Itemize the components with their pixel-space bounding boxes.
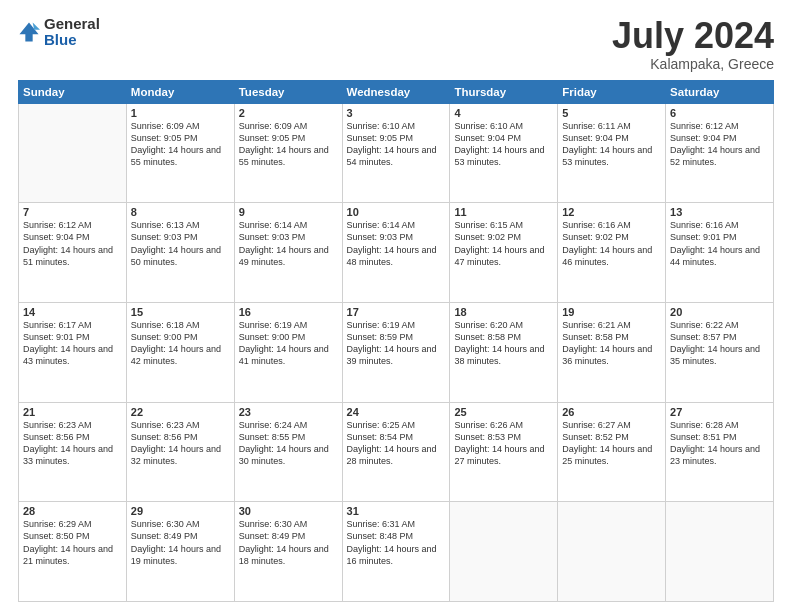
day-number: 30 — [239, 505, 338, 517]
table-row: 10Sunrise: 6:14 AM Sunset: 9:03 PM Dayli… — [342, 203, 450, 303]
day-info: Sunrise: 6:23 AM Sunset: 8:56 PM Dayligh… — [131, 419, 230, 468]
table-row: 17Sunrise: 6:19 AM Sunset: 8:59 PM Dayli… — [342, 302, 450, 402]
day-number: 18 — [454, 306, 553, 318]
day-number: 9 — [239, 206, 338, 218]
day-info: Sunrise: 6:17 AM Sunset: 9:01 PM Dayligh… — [23, 319, 122, 368]
day-info: Sunrise: 6:25 AM Sunset: 8:54 PM Dayligh… — [347, 419, 446, 468]
day-info: Sunrise: 6:28 AM Sunset: 8:51 PM Dayligh… — [670, 419, 769, 468]
month-title: July 2024 — [612, 16, 774, 56]
day-number: 15 — [131, 306, 230, 318]
day-number: 7 — [23, 206, 122, 218]
table-row: 28Sunrise: 6:29 AM Sunset: 8:50 PM Dayli… — [19, 502, 127, 602]
day-number: 2 — [239, 107, 338, 119]
table-row: 1Sunrise: 6:09 AM Sunset: 9:05 PM Daylig… — [126, 103, 234, 203]
day-info: Sunrise: 6:22 AM Sunset: 8:57 PM Dayligh… — [670, 319, 769, 368]
day-info: Sunrise: 6:10 AM Sunset: 9:05 PM Dayligh… — [347, 120, 446, 169]
col-monday: Monday — [126, 80, 234, 103]
day-number: 17 — [347, 306, 446, 318]
day-info: Sunrise: 6:30 AM Sunset: 8:49 PM Dayligh… — [239, 518, 338, 567]
day-info: Sunrise: 6:29 AM Sunset: 8:50 PM Dayligh… — [23, 518, 122, 567]
table-row: 16Sunrise: 6:19 AM Sunset: 9:00 PM Dayli… — [234, 302, 342, 402]
day-number: 3 — [347, 107, 446, 119]
table-row: 18Sunrise: 6:20 AM Sunset: 8:58 PM Dayli… — [450, 302, 558, 402]
day-info: Sunrise: 6:26 AM Sunset: 8:53 PM Dayligh… — [454, 419, 553, 468]
day-info: Sunrise: 6:12 AM Sunset: 9:04 PM Dayligh… — [670, 120, 769, 169]
table-row — [450, 502, 558, 602]
table-row: 7Sunrise: 6:12 AM Sunset: 9:04 PM Daylig… — [19, 203, 127, 303]
table-row — [666, 502, 774, 602]
svg-marker-0 — [19, 22, 38, 41]
title-block: July 2024 Kalampaka, Greece — [612, 16, 774, 72]
day-info: Sunrise: 6:09 AM Sunset: 9:05 PM Dayligh… — [239, 120, 338, 169]
table-row — [19, 103, 127, 203]
table-row: 9Sunrise: 6:14 AM Sunset: 9:03 PM Daylig… — [234, 203, 342, 303]
logo-icon — [18, 21, 40, 43]
day-info: Sunrise: 6:09 AM Sunset: 9:05 PM Dayligh… — [131, 120, 230, 169]
day-number: 11 — [454, 206, 553, 218]
table-row: 30Sunrise: 6:30 AM Sunset: 8:49 PM Dayli… — [234, 502, 342, 602]
day-info: Sunrise: 6:13 AM Sunset: 9:03 PM Dayligh… — [131, 219, 230, 268]
col-wednesday: Wednesday — [342, 80, 450, 103]
calendar-table: Sunday Monday Tuesday Wednesday Thursday… — [18, 80, 774, 602]
day-info: Sunrise: 6:21 AM Sunset: 8:58 PM Dayligh… — [562, 319, 661, 368]
col-saturday: Saturday — [666, 80, 774, 103]
day-number: 28 — [23, 505, 122, 517]
day-number: 20 — [670, 306, 769, 318]
col-tuesday: Tuesday — [234, 80, 342, 103]
col-thursday: Thursday — [450, 80, 558, 103]
day-info: Sunrise: 6:11 AM Sunset: 9:04 PM Dayligh… — [562, 120, 661, 169]
table-row: 24Sunrise: 6:25 AM Sunset: 8:54 PM Dayli… — [342, 402, 450, 502]
table-row: 15Sunrise: 6:18 AM Sunset: 9:00 PM Dayli… — [126, 302, 234, 402]
day-number: 1 — [131, 107, 230, 119]
table-row: 19Sunrise: 6:21 AM Sunset: 8:58 PM Dayli… — [558, 302, 666, 402]
day-number: 21 — [23, 406, 122, 418]
day-number: 13 — [670, 206, 769, 218]
week-row-4: 21Sunrise: 6:23 AM Sunset: 8:56 PM Dayli… — [19, 402, 774, 502]
header-row: Sunday Monday Tuesday Wednesday Thursday… — [19, 80, 774, 103]
day-number: 4 — [454, 107, 553, 119]
week-row-1: 1Sunrise: 6:09 AM Sunset: 9:05 PM Daylig… — [19, 103, 774, 203]
table-row: 13Sunrise: 6:16 AM Sunset: 9:01 PM Dayli… — [666, 203, 774, 303]
day-info: Sunrise: 6:20 AM Sunset: 8:58 PM Dayligh… — [454, 319, 553, 368]
table-row: 5Sunrise: 6:11 AM Sunset: 9:04 PM Daylig… — [558, 103, 666, 203]
table-row: 22Sunrise: 6:23 AM Sunset: 8:56 PM Dayli… — [126, 402, 234, 502]
table-row: 2Sunrise: 6:09 AM Sunset: 9:05 PM Daylig… — [234, 103, 342, 203]
day-info: Sunrise: 6:18 AM Sunset: 9:00 PM Dayligh… — [131, 319, 230, 368]
table-row — [558, 502, 666, 602]
page-header: General Blue July 2024 Kalampaka, Greece — [18, 16, 774, 72]
table-row: 11Sunrise: 6:15 AM Sunset: 9:02 PM Dayli… — [450, 203, 558, 303]
day-info: Sunrise: 6:31 AM Sunset: 8:48 PM Dayligh… — [347, 518, 446, 567]
day-number: 5 — [562, 107, 661, 119]
day-info: Sunrise: 6:16 AM Sunset: 9:02 PM Dayligh… — [562, 219, 661, 268]
day-number: 8 — [131, 206, 230, 218]
day-info: Sunrise: 6:16 AM Sunset: 9:01 PM Dayligh… — [670, 219, 769, 268]
day-number: 12 — [562, 206, 661, 218]
day-number: 25 — [454, 406, 553, 418]
table-row: 6Sunrise: 6:12 AM Sunset: 9:04 PM Daylig… — [666, 103, 774, 203]
week-row-2: 7Sunrise: 6:12 AM Sunset: 9:04 PM Daylig… — [19, 203, 774, 303]
day-number: 14 — [23, 306, 122, 318]
logo: General Blue — [18, 16, 100, 48]
day-number: 27 — [670, 406, 769, 418]
logo-blue: Blue — [44, 31, 77, 48]
logo-text: General Blue — [44, 16, 100, 48]
col-friday: Friday — [558, 80, 666, 103]
location-subtitle: Kalampaka, Greece — [612, 56, 774, 72]
day-info: Sunrise: 6:12 AM Sunset: 9:04 PM Dayligh… — [23, 219, 122, 268]
day-number: 24 — [347, 406, 446, 418]
table-row: 29Sunrise: 6:30 AM Sunset: 8:49 PM Dayli… — [126, 502, 234, 602]
day-number: 22 — [131, 406, 230, 418]
table-row: 4Sunrise: 6:10 AM Sunset: 9:04 PM Daylig… — [450, 103, 558, 203]
day-number: 16 — [239, 306, 338, 318]
day-info: Sunrise: 6:27 AM Sunset: 8:52 PM Dayligh… — [562, 419, 661, 468]
day-number: 19 — [562, 306, 661, 318]
day-number: 31 — [347, 505, 446, 517]
table-row: 27Sunrise: 6:28 AM Sunset: 8:51 PM Dayli… — [666, 402, 774, 502]
day-number: 26 — [562, 406, 661, 418]
day-info: Sunrise: 6:19 AM Sunset: 9:00 PM Dayligh… — [239, 319, 338, 368]
day-info: Sunrise: 6:24 AM Sunset: 8:55 PM Dayligh… — [239, 419, 338, 468]
day-info: Sunrise: 6:30 AM Sunset: 8:49 PM Dayligh… — [131, 518, 230, 567]
day-info: Sunrise: 6:10 AM Sunset: 9:04 PM Dayligh… — [454, 120, 553, 169]
table-row: 23Sunrise: 6:24 AM Sunset: 8:55 PM Dayli… — [234, 402, 342, 502]
day-number: 23 — [239, 406, 338, 418]
